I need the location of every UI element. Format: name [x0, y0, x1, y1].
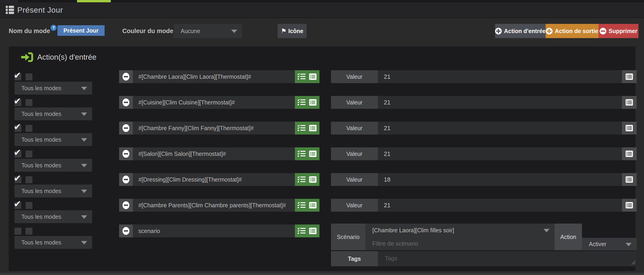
- command-input[interactable]: [133, 173, 295, 186]
- action-parameter-row: Valeur: [331, 122, 637, 135]
- mode-filter-select[interactable]: Tous les modes: [14, 185, 92, 197]
- action-enabled-checkbox[interactable]: ✔: [14, 99, 21, 106]
- scenario-action-select[interactable]: Activer: [582, 238, 637, 251]
- mode-name-value[interactable]: Présent Jour: [58, 25, 104, 36]
- check-icon: ✔: [14, 199, 21, 208]
- command-input[interactable]: [133, 70, 295, 83]
- command-input[interactable]: [133, 225, 295, 237]
- mode-filter-select[interactable]: Tous les modes: [14, 236, 92, 249]
- pick-command-button[interactable]: [297, 201, 306, 210]
- entry-actions-heading: Action(s) d'entrée: [21, 52, 96, 62]
- browse-commands-button[interactable]: [308, 72, 318, 81]
- tasks-icon: [298, 99, 306, 106]
- delete-mode-button[interactable]: Supprimer: [598, 24, 638, 38]
- remove-action-button[interactable]: [119, 122, 133, 135]
- parameter-value-input[interactable]: [378, 147, 622, 160]
- command-input[interactable]: [133, 147, 295, 160]
- action-enabled-checkbox[interactable]: ✔: [14, 125, 21, 132]
- action-enabled-checkbox[interactable]: ✔: [14, 73, 21, 80]
- action-secondary-checkbox[interactable]: ✔: [26, 99, 32, 106]
- browse-commands-button[interactable]: [308, 123, 318, 133]
- action-secondary-checkbox[interactable]: ✔: [26, 176, 32, 183]
- pick-command-button[interactable]: [297, 98, 306, 107]
- pick-command-button[interactable]: [297, 72, 306, 81]
- plus-circle-icon: [546, 28, 552, 34]
- remove-action-button[interactable]: [119, 199, 133, 212]
- minus-circle-icon: [122, 73, 130, 81]
- add-exit-action-button[interactable]: Action de sortie: [546, 24, 598, 38]
- bottom-strip: [0, 273, 644, 275]
- pick-command-button[interactable]: [297, 175, 306, 184]
- value-list-button[interactable]: [622, 199, 637, 212]
- value-list-button[interactable]: [622, 147, 637, 160]
- chevron-down-icon: [544, 229, 550, 232]
- pick-command-button[interactable]: [297, 123, 306, 133]
- mode-filter-select[interactable]: Tous les modes: [14, 82, 92, 95]
- tags-label: Tags: [331, 251, 378, 266]
- command-input[interactable]: [133, 96, 295, 109]
- minus-circle-icon: [122, 150, 130, 158]
- value-list-button[interactable]: [622, 96, 637, 109]
- remove-action-button[interactable]: [119, 147, 133, 160]
- mode-color-select[interactable]: Aucune: [174, 24, 242, 38]
- parameter-value-input[interactable]: [378, 70, 622, 83]
- browse-commands-button[interactable]: [308, 201, 318, 210]
- list-alt-icon: [626, 150, 633, 157]
- command-input[interactable]: [133, 199, 295, 212]
- browse-commands-button[interactable]: [308, 175, 318, 184]
- action-secondary-checkbox[interactable]: ✔: [26, 202, 32, 209]
- scenario-label: Scénario: [331, 224, 366, 250]
- remove-action-button[interactable]: [119, 225, 133, 237]
- icon-picker-button[interactable]: ⚑ Icône: [278, 24, 306, 38]
- tags-input[interactable]: [378, 251, 637, 266]
- browse-commands-button[interactable]: [308, 226, 318, 236]
- add-entry-action-button[interactable]: Action d'entrée: [495, 24, 546, 38]
- top-nav-strip: [0, 0, 644, 2]
- list-alt-icon: [626, 125, 633, 132]
- tasks-icon: [298, 202, 306, 209]
- active-tab-indicator: [77, 0, 111, 2]
- scenario-select[interactable]: [Chambre Laora][Clim filles soir]: [366, 224, 554, 237]
- minus-circle-icon: [600, 28, 606, 34]
- list-alt-icon: [309, 73, 317, 80]
- action-enabled-checkbox[interactable]: ✔: [14, 228, 21, 235]
- action-secondary-checkbox[interactable]: ✔: [26, 73, 32, 80]
- title-bar: Présent Jour: [0, 2, 644, 18]
- value-list-button[interactable]: [622, 70, 637, 83]
- parameter-value-input[interactable]: [378, 96, 622, 109]
- mode-filter-select[interactable]: Tous les modes: [14, 210, 92, 223]
- mode-filter-select[interactable]: Tous les modes: [14, 133, 92, 146]
- action-secondary-checkbox[interactable]: ✔: [26, 228, 32, 235]
- parameter-value-input[interactable]: [378, 122, 622, 135]
- scenario-action-label: Action: [554, 224, 582, 250]
- action-parameter-row: Valeur: [331, 96, 637, 109]
- browse-commands-button[interactable]: [308, 149, 318, 158]
- remove-action-button[interactable]: [119, 70, 133, 83]
- pick-command-button[interactable]: [297, 226, 306, 236]
- list-alt-icon: [309, 228, 317, 234]
- remove-action-button[interactable]: [119, 173, 133, 186]
- action-enabled-checkbox[interactable]: ✔: [14, 176, 21, 183]
- mode-filter-select[interactable]: Tous les modes: [14, 107, 92, 120]
- scenario-filter-input[interactable]: [366, 237, 554, 250]
- pick-command-button[interactable]: [297, 149, 306, 158]
- command-input[interactable]: [133, 122, 295, 135]
- action-parameter-row: Valeur: [331, 147, 637, 160]
- action-secondary-checkbox[interactable]: ✔: [26, 125, 32, 132]
- action-enabled-checkbox[interactable]: ✔: [14, 151, 21, 157]
- browse-commands-button[interactable]: [308, 98, 318, 107]
- list-alt-icon: [309, 99, 317, 106]
- value-list-button[interactable]: [622, 122, 637, 135]
- minus-circle-icon: [122, 98, 130, 106]
- action-enabled-checkbox[interactable]: ✔: [14, 202, 21, 209]
- remove-action-button[interactable]: [119, 96, 133, 109]
- check-icon: ✔: [14, 71, 21, 80]
- parameter-value-input[interactable]: [378, 173, 622, 186]
- mode-filter-select[interactable]: Tous les modes: [14, 159, 92, 172]
- parameter-value-input[interactable]: [378, 199, 622, 212]
- value-list-button[interactable]: [622, 173, 637, 186]
- action-secondary-checkbox[interactable]: ✔: [26, 151, 32, 157]
- list-alt-icon: [309, 125, 317, 132]
- help-icon[interactable]: ?: [50, 25, 56, 31]
- page-title: Présent Jour: [17, 5, 63, 14]
